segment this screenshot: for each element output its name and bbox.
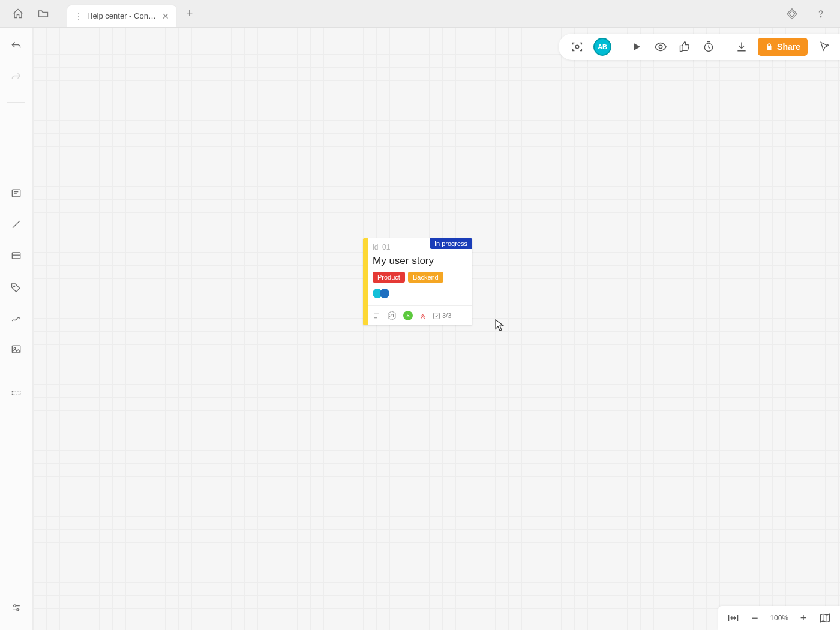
eye-icon[interactable]	[653, 39, 668, 55]
thumbs-up-icon[interactable]	[677, 39, 692, 55]
story-points-value: 21	[389, 313, 395, 319]
svg-point-9	[575, 45, 579, 49]
image-tool-icon[interactable]	[6, 339, 26, 359]
mouse-cursor-icon	[495, 319, 505, 331]
undo-icon[interactable]	[6, 36, 26, 56]
priority-icon	[419, 312, 427, 320]
description-icon	[373, 312, 380, 320]
svg-point-0	[820, 16, 821, 17]
select-tool-icon[interactable]	[6, 383, 26, 403]
card-tags: Product Backend	[373, 272, 466, 283]
folder-icon[interactable]	[36, 7, 50, 21]
diamond-icon[interactable]	[785, 7, 799, 21]
tab-drag-icon: ⋮	[74, 11, 82, 21]
svg-point-3	[14, 286, 15, 287]
download-icon[interactable]	[734, 39, 749, 55]
line-tool-icon[interactable]	[6, 214, 26, 235]
card-footer: 21 5 3/3	[363, 305, 472, 325]
frame-tool-icon[interactable]	[6, 245, 26, 266]
card-tag: Backend	[408, 272, 443, 283]
svg-rect-1	[12, 190, 20, 197]
help-icon[interactable]	[814, 7, 828, 21]
fit-width-icon[interactable]	[727, 611, 740, 625]
svg-rect-2	[12, 253, 20, 259]
effort-value: 5	[406, 313, 409, 319]
title-bar-right	[785, 7, 840, 21]
title-bar-left	[0, 7, 61, 21]
assignee-avatar	[380, 289, 389, 298]
tab-close-icon[interactable]: ✕	[161, 10, 170, 22]
checklist-indicator: 3/3	[433, 312, 451, 320]
cursor-mode-icon[interactable]	[816, 38, 833, 55]
share-label: Share	[777, 42, 800, 52]
svg-point-8	[17, 609, 19, 611]
lock-icon	[765, 43, 773, 51]
card-status-badge: In progress	[430, 238, 472, 249]
play-icon[interactable]	[629, 39, 644, 55]
capture-icon[interactable]	[569, 39, 585, 55]
card-tag: Product	[373, 272, 405, 283]
svg-point-7	[14, 605, 16, 607]
left-sidebar	[0, 28, 33, 630]
story-card[interactable]: id_01 In progress My user story Product …	[363, 238, 472, 325]
svg-rect-6	[12, 391, 20, 395]
checklist-count: 3/3	[442, 312, 451, 319]
svg-rect-12	[434, 313, 440, 319]
redo-icon	[6, 67, 26, 88]
effort-badge: 5	[403, 311, 413, 320]
browser-tab[interactable]: ⋮ Help center - Con… ✕	[67, 5, 176, 27]
main-area: AB Share	[0, 28, 840, 630]
share-button[interactable]: Share	[758, 38, 808, 56]
zoom-out-button[interactable]: −	[748, 611, 761, 625]
add-tab-button[interactable]: +	[181, 5, 198, 22]
svg-rect-4	[12, 346, 20, 353]
minimap-icon[interactable]	[818, 611, 832, 625]
svg-point-10	[659, 45, 662, 49]
note-tool-icon[interactable]	[6, 183, 26, 203]
tag-tool-icon[interactable]	[6, 277, 26, 297]
zoom-in-button[interactable]: +	[797, 611, 810, 625]
settings-tool-icon[interactable]	[6, 598, 26, 618]
timer-icon[interactable]	[701, 39, 716, 55]
canvas[interactable]: AB Share	[33, 28, 840, 630]
user-avatar[interactable]: AB	[593, 38, 611, 56]
top-right-toolbar: AB Share	[559, 34, 840, 60]
zoom-bar: − 100% +	[718, 606, 840, 630]
story-points-badge: 21	[386, 310, 397, 321]
zoom-level: 100%	[770, 614, 788, 622]
card-id: id_01	[373, 243, 390, 251]
tab-label: Help center - Con…	[87, 11, 156, 20]
draw-tool-icon[interactable]	[6, 308, 26, 328]
card-assignees	[373, 289, 466, 298]
avatar-initials: AB	[598, 43, 607, 50]
card-title: My user story	[373, 255, 466, 267]
home-icon[interactable]	[11, 7, 25, 21]
title-bar: ⋮ Help center - Con… ✕ +	[0, 0, 840, 28]
card-accent	[363, 238, 368, 325]
